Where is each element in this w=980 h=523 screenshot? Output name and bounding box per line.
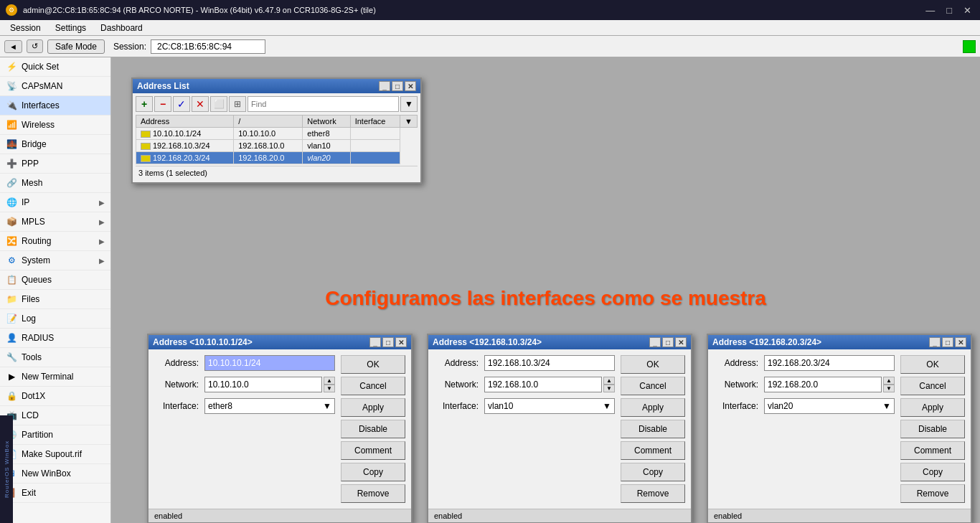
refresh-button[interactable]: ↺ [27,39,43,53]
dialog1-remove-btn[interactable]: Remove [341,484,405,503]
dialog1-titlebar[interactable]: Address <10.10.10.1/24> _ □ ✕ [149,335,411,349]
dialog1-minimize-btn[interactable]: _ [369,337,381,347]
filter-address-btn[interactable]: ⊞ [229,96,246,112]
sidebar-item-log[interactable]: 📝 Log [0,309,110,329]
dialog3-titlebar[interactable]: Address <192.168.20.3/24> _ □ ✕ [708,335,971,349]
dialog1-maximize-btn[interactable]: □ [382,337,394,347]
menu-dashboard[interactable]: Dashboard [93,22,150,34]
dialog1-network-down[interactable]: ▼ [324,385,335,392]
dialog2-network-up[interactable]: ▲ [603,377,615,385]
dialog2-ok-btn[interactable]: OK [621,355,685,374]
add-address-btn[interactable]: + [136,96,153,112]
sidebar-item-exit[interactable]: 🚪 Exit [0,484,110,503]
dialog1-ok-btn[interactable]: OK [341,355,405,374]
sidebar-item-new-terminal[interactable]: ▶ New Terminal [0,367,110,387]
dialog3-remove-btn[interactable]: Remove [900,484,965,503]
table-row[interactable]: 10.10.10.1/24 10.10.10.0 ether8 [136,128,418,140]
dialog2-maximize-btn[interactable]: □ [662,337,674,347]
sidebar-item-ip[interactable]: 🌐 IP ▶ [0,193,110,212]
dialog2-network-down[interactable]: ▼ [603,385,615,392]
sidebar-item-partition[interactable]: 💿 Partition [0,425,110,445]
dialog3-network-up[interactable]: ▲ [883,377,895,385]
dialog3-apply-btn[interactable]: Apply [900,398,965,417]
sidebar-item-system[interactable]: ⚙ System ▶ [0,251,110,270]
sidebar-item-radius[interactable]: 👤 RADIUS [0,329,110,348]
sidebar-item-new-winbox[interactable]: 🖥 New WinBox [0,464,110,484]
dialog3-cancel-btn[interactable]: Cancel [900,377,965,395]
sidebar-item-capsman[interactable]: 📡 CAPsMAN [0,77,110,96]
dialog3-close-btn[interactable]: ✕ [955,337,966,347]
dialog3-minimize-btn[interactable]: _ [929,337,941,347]
dialog2-address-input[interactable] [484,355,615,371]
dialog3-comment-btn[interactable]: Comment [900,441,965,460]
sidebar-item-lcd[interactable]: 📺 LCD [0,406,110,425]
dialog2-interface-select[interactable]: vlan10 ▼ [484,398,615,414]
dialog1-network-input[interactable] [204,377,322,392]
col-address[interactable]: Address [136,116,234,128]
sidebar-item-quick-set[interactable]: ⚡ Quick Set [0,57,110,77]
dialog2-apply-btn[interactable]: Apply [621,398,685,417]
col-sort[interactable]: / [234,116,303,128]
maximize-button[interactable]: □ [943,5,955,16]
dialog2-comment-btn[interactable]: Comment [621,441,685,460]
dialog3-network-input[interactable] [764,377,882,392]
dialog3-ok-btn[interactable]: OK [900,355,965,374]
sidebar-item-queues[interactable]: 📋 Queues [0,270,110,290]
dialog1-apply-btn[interactable]: Apply [341,398,405,417]
back-button[interactable]: ◄ [4,40,22,53]
dialog1-copy-btn[interactable]: Copy [341,463,405,481]
col-network[interactable]: Network [303,116,350,128]
dialog3-interface-select[interactable]: vlan20 ▼ [764,398,895,414]
dialog3-disable-btn[interactable]: Disable [900,420,965,438]
dropdown-btn[interactable]: ▼ [400,96,418,112]
table-row[interactable]: 192.168.20.3/24 192.168.20.0 vlan20 [136,152,418,164]
remove-address-btn[interactable]: − [154,96,171,112]
dialog2-close-btn[interactable]: ✕ [675,337,687,347]
dialog2-disable-btn[interactable]: Disable [621,420,685,438]
routing-arrow: ▶ [99,237,105,245]
dialog3-copy-btn[interactable]: Copy [900,463,965,481]
menu-session[interactable]: Session [3,22,48,34]
sidebar-item-routing[interactable]: 🔀 Routing ▶ [0,232,110,251]
address-list-minimize-btn[interactable]: _ [379,81,390,91]
dialog1-cancel-btn[interactable]: Cancel [341,377,405,395]
sidebar-item-make-supout[interactable]: 📄 Make Supout.rif [0,445,110,464]
dialog1-disable-btn[interactable]: Disable [341,420,405,438]
sidebar-item-ppp[interactable]: ➕ PPP [0,154,110,174]
address-list-close-btn[interactable]: ✕ [405,81,416,91]
sidebar-item-mpls[interactable]: 📦 MPLS ▶ [0,212,110,232]
copy-address-btn[interactable]: ⬜ [210,96,227,112]
dialog2-copy-btn[interactable]: Copy [621,463,685,481]
dialog3-address-input[interactable] [764,355,895,371]
sidebar-item-wireless[interactable]: 📶 Wireless [0,116,110,135]
address-list-maximize-btn[interactable]: □ [392,81,403,91]
uncheck-address-btn[interactable]: ✕ [192,96,209,112]
table-row[interactable]: 192.168.10.3/24 192.168.10.0 vlan10 [136,140,418,152]
sidebar-item-bridge[interactable]: 🌉 Bridge [0,135,110,154]
dialog2-cancel-btn[interactable]: Cancel [621,377,685,395]
dialog1-network-up[interactable]: ▲ [324,377,335,385]
dialog2-titlebar[interactable]: Address <192.168.10.3/24> _ □ ✕ [428,335,691,349]
dialog2-minimize-btn[interactable]: _ [649,337,661,347]
dialog1-comment-btn[interactable]: Comment [341,441,405,460]
sidebar-item-tools[interactable]: 🔧 Tools [0,348,110,367]
check-address-btn[interactable]: ✓ [173,96,190,112]
address-list-titlebar[interactable]: Address List _ □ ✕ [133,79,420,93]
sidebar-item-interfaces[interactable]: 🔌 Interfaces [0,96,110,116]
dialog1-interface-select[interactable]: ether8 ▼ [204,398,335,414]
minimize-button[interactable]: — [923,5,938,16]
sidebar-item-files[interactable]: 📁 Files [0,290,110,309]
dialog3-network-down[interactable]: ▼ [883,385,895,392]
sidebar-item-dot1x[interactable]: 🔒 Dot1X [0,387,110,406]
sidebar-item-mesh[interactable]: 🔗 Mesh [0,174,110,193]
dialog2-remove-btn[interactable]: Remove [621,484,685,503]
safe-mode-button[interactable]: Safe Mode [47,39,105,54]
close-button[interactable]: ✕ [961,5,974,16]
col-interface[interactable]: Interface [350,116,400,128]
dialog1-address-input[interactable] [204,355,335,371]
dialog3-maximize-btn[interactable]: □ [942,337,953,347]
address-search-input[interactable] [248,96,399,112]
menu-settings[interactable]: Settings [48,22,93,34]
dialog2-network-input[interactable] [484,377,602,392]
dialog1-close-btn[interactable]: ✕ [395,337,407,347]
